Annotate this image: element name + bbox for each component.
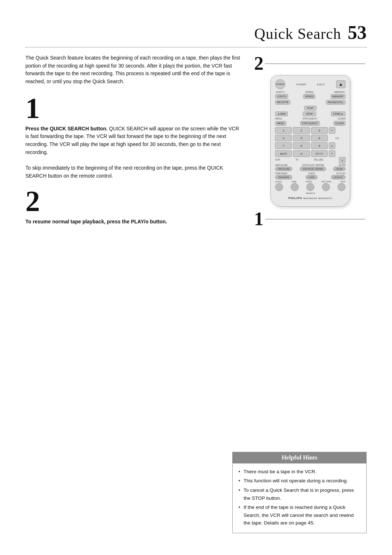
ch-down-button[interactable]: v — [329, 142, 335, 149]
step-2b-bold: To resume normal tape playback, press th… — [25, 219, 167, 224]
time-button[interactable] — [291, 183, 299, 191]
page-number: 53 — [348, 22, 367, 43]
clear-button[interactable]: CLEAR — [334, 121, 346, 126]
btn-8[interactable]: 8 — [293, 142, 310, 149]
vcr-plus-label: VCR PLUS+ ENTER — [302, 164, 324, 166]
intro-text: The Quick Search feature locates the beg… — [25, 54, 243, 86]
quick-button[interactable] — [275, 183, 283, 191]
hints-body: There must be a tape in the VCR. This fu… — [232, 463, 367, 533]
ch-up-button[interactable]: ^ — [329, 127, 335, 134]
rec-end-button[interactable] — [322, 183, 330, 191]
slow-label: SLOW — [339, 164, 346, 166]
clear-label: CLEAR — [338, 117, 346, 120]
quick-btn-row — [275, 183, 346, 191]
status-exit-label: STATUS/EXIT — [302, 117, 317, 120]
alt-ch-button[interactable]: ALT.CH — [311, 150, 328, 157]
content-area: The Quick Search feature locates the beg… — [25, 54, 367, 232]
var-slow-button[interactable]: VAR.SLOW — [275, 167, 292, 171]
page-header: Quick Search 53 — [25, 22, 367, 48]
remote-top-row: POWER POWER EJECT ▲ — [275, 79, 346, 89]
remote-control: POWER POWER EJECT ▲ VCR/TV SPEED MEMORY … — [270, 75, 350, 207]
step-2-bold: Press the QUICK SEARCH button. — [25, 126, 107, 131]
step-indicator-2: 2 — [254, 54, 367, 73]
memory-label: MEMORY — [334, 91, 345, 93]
step-1-dash — [265, 219, 365, 219]
vol-down-button[interactable]: v — [339, 157, 346, 163]
eject-button[interactable]: ▲ — [336, 80, 346, 88]
memory-button[interactable]: MEMORY — [331, 94, 346, 99]
slow-button[interactable]: SLOW — [333, 167, 346, 171]
var-slow-labels: VAR.SLOW VCR PLUS+ ENTER SLOW — [275, 164, 346, 166]
skip-button[interactable] — [338, 183, 346, 191]
play-row: PLAY — [275, 106, 346, 110]
label-row-1: VCR/TV SPEED MEMORY — [275, 91, 346, 93]
hints-header: Helpful Hints — [232, 452, 367, 463]
numpad: 1 2 3 ^ 4 5 6 CH 7 8 9 v — [275, 127, 346, 149]
vcr-speed-memory-row: VCR/TV SPEED MEMORY — [275, 94, 346, 99]
menu-row-labels: MENU STATUS/EXIT CLEAR — [275, 117, 346, 120]
btn-0[interactable]: 0 — [293, 150, 310, 157]
btn-7[interactable]: 7 — [275, 142, 292, 149]
tv-label2: TV — [295, 158, 298, 163]
play-button[interactable]: PLAY — [304, 106, 316, 110]
step-2-dash — [265, 64, 365, 64]
search-label: SEARCH — [275, 192, 346, 194]
btn-5[interactable]: 5 — [293, 135, 310, 141]
remote-wrapper: POWER POWER EJECT ▲ VCR/TV SPEED MEMORY … — [254, 75, 367, 207]
var-slow-btn-row: VAR.SLOW VCR PLUS+ ENTER SLOW — [275, 167, 346, 171]
f-adv-button[interactable]: F.ADV — [306, 175, 318, 179]
pause-still-button[interactable]: PAUSE/STILL — [326, 100, 346, 105]
left-column: The Quick Search feature locates the beg… — [25, 54, 243, 232]
btn-2[interactable]: 2 — [293, 127, 310, 134]
menu-btn-row: MENU STATUS/EXIT CLEAR — [275, 121, 346, 126]
transport-row: ◄ REW STOP F.FWD ► — [275, 112, 346, 116]
tracking-button[interactable]: TRACKING — [275, 175, 292, 179]
vol-up-button[interactable]: ^ — [329, 150, 335, 157]
status-exit-button[interactable]: STATUS/EXIT — [300, 121, 320, 126]
skip-label: SKIP — [340, 181, 346, 183]
page-title: Quick Search — [254, 25, 341, 42]
quick-label: QUICK — [275, 181, 282, 183]
tracking-labels: TRACKING F.ADV X2 PLAY — [275, 172, 346, 175]
sel-del-label: SEL.DEL — [314, 158, 324, 163]
vcr-tv-seldel-row: VCR TV SEL.DEL v — [275, 158, 346, 163]
stop-button[interactable]: STOP — [303, 112, 316, 116]
btn-1[interactable]: 1 — [275, 127, 292, 134]
brand-sub2: MAGNAVOX — [318, 197, 332, 199]
rec-otr-button[interactable]: REC/OTR — [275, 100, 290, 105]
speed-button[interactable]: SPEED — [303, 94, 315, 99]
ffwd-button[interactable]: F.FWD ► — [331, 112, 346, 116]
x2-play-button[interactable]: X2 PLAY — [331, 175, 346, 179]
time-label: TIME — [291, 181, 296, 183]
step-2b-content: To resume normal tape playback, press th… — [25, 218, 243, 226]
speed-label: SPEED — [305, 91, 313, 93]
step-indicator-1-num: 1 — [254, 210, 264, 228]
index-button[interactable] — [306, 183, 314, 191]
rew-button[interactable]: ◄ REW — [275, 112, 288, 116]
hint-item-3: To cancel a Quick Search that is in prog… — [238, 486, 360, 502]
var-slow-label: VAR.SLOW — [275, 164, 287, 166]
step-2-number: 2 — [25, 187, 243, 216]
btn-9[interactable]: 9 — [311, 142, 328, 149]
btn-4[interactable]: 4 — [275, 135, 292, 141]
x2-play-label: X2 PLAY — [336, 172, 346, 175]
hints-list: There must be a tape in the VCR. This fu… — [238, 468, 360, 527]
power-button[interactable]: POWER — [275, 79, 285, 89]
vcr-plus-button[interactable]: VCR PLUS+ ENTER — [300, 167, 326, 171]
menu-button[interactable]: MENU — [275, 121, 286, 126]
vcr-tv-button[interactable]: VCR/TV — [275, 94, 288, 99]
mute-button[interactable]: MUTE — [275, 150, 292, 157]
ch-label: CH — [329, 135, 346, 141]
brand-name: PHILIPS — [288, 197, 302, 200]
btn-6[interactable]: 6 — [311, 135, 328, 141]
index-label: INDEX — [306, 181, 312, 183]
step-indicator-2-num: 2 — [254, 54, 264, 73]
f-adv-label: F.ADV — [309, 172, 315, 175]
step-2-text2: To skip immediately to the beginning of … — [25, 164, 243, 180]
hint-item-4: If the end of the tape is reached during… — [238, 503, 360, 527]
step-2-content: Press the QUICK SEARCH button. QUICK SEA… — [25, 125, 243, 180]
vcr-tv-label: VCR/TV — [276, 91, 285, 93]
btn-3[interactable]: 3 — [311, 127, 328, 134]
hints-section: Helpful Hints There must be a tape in th… — [232, 452, 367, 533]
hint-item-1: There must be a tape in the VCR. — [238, 468, 360, 476]
